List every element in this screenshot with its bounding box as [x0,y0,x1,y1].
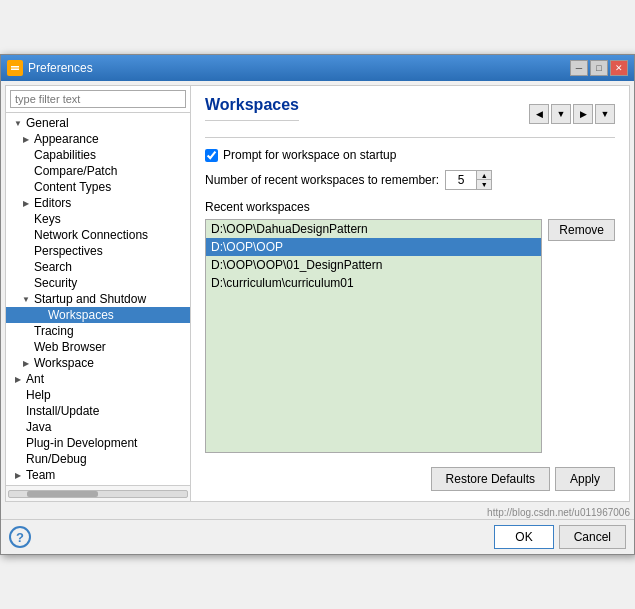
window-icon [7,60,23,76]
cancel-button[interactable]: Cancel [559,525,626,549]
close-button[interactable]: ✕ [610,60,628,76]
spinner-container: 5 ▲ ▼ [445,170,492,190]
tree-item-keys[interactable]: Keys [6,211,190,227]
ok-button[interactable]: OK [494,525,553,549]
tree-label-web-browser: Web Browser [34,340,106,354]
tree-item-editors[interactable]: Editors [6,195,190,211]
tree-label-appearance: Appearance [34,132,99,146]
tree-item-team[interactable]: Team [6,467,190,483]
tree-item-appearance[interactable]: Appearance [6,131,190,147]
tree-item-java[interactable]: Java [6,419,190,435]
tree-label-team: Team [26,468,55,482]
tree-item-run-debug[interactable]: Run/Debug [6,451,190,467]
tree-item-workspaces[interactable]: Workspaces [6,307,190,323]
workspace-item-3[interactable]: D:\OOP\OOP\01_DesignPattern [206,256,541,274]
watermark: http://blog.csdn.net/u011967006 [1,506,634,519]
tree-item-tracing[interactable]: Tracing [6,323,190,339]
prompt-checkbox-row: Prompt for workspace on startup [205,148,615,162]
recent-count-label: Number of recent workspaces to remember: [205,173,439,187]
recent-workspaces-label: Recent workspaces [205,200,615,214]
tree-item-search[interactable]: Search [6,259,190,275]
title-bar: Preferences ─ □ ✕ [1,55,634,81]
help-icon[interactable]: ? [9,526,31,548]
workspace-list[interactable]: D:\OOP\DahuaDesignPattern D:\OOP\OOP D:\… [205,219,542,453]
filter-input[interactable] [10,90,186,108]
tree-item-ant[interactable]: Ant [6,371,190,387]
workspace-item-1[interactable]: D:\OOP\DahuaDesignPattern [206,220,541,238]
tree-label-startup-shutdown: Startup and Shutdow [34,292,146,306]
tree-item-web-browser[interactable]: Web Browser [6,339,190,355]
nav-arrows-row: ◀ ▼ ▶ ▼ [529,104,615,124]
nav-dropdown-button[interactable]: ▼ [551,104,571,124]
leaf-run-debug [12,453,24,465]
maximize-button[interactable]: □ [590,60,608,76]
leaf-compare-patch [20,165,32,177]
tree-item-network-connections[interactable]: Network Connections [6,227,190,243]
tree-item-plugin-dev[interactable]: Plug-in Development [6,435,190,451]
tree-label-compare-patch: Compare/Patch [34,164,117,178]
tree-label-capabilities: Capabilities [34,148,96,162]
leaf-web-browser [20,341,32,353]
minimize-button[interactable]: ─ [570,60,588,76]
tree-item-capabilities[interactable]: Capabilities [6,147,190,163]
workspace-item-4[interactable]: D:\curriculum\curriculum01 [206,274,541,292]
tree-label-content-types: Content Types [34,180,111,194]
leaf-keys [20,213,32,225]
tree-label-keys: Keys [34,212,61,226]
tree-item-security[interactable]: Security [6,275,190,291]
leaf-content-types [20,181,32,193]
spinner-down-button[interactable]: ▼ [477,180,491,189]
leaf-help [12,389,24,401]
tree-label-java: Java [26,420,51,434]
workspace-btn-col: Remove [548,219,615,453]
remove-button[interactable]: Remove [548,219,615,241]
tree-item-compare-patch[interactable]: Compare/Patch [6,163,190,179]
restore-defaults-button[interactable]: Restore Defaults [431,467,550,491]
tree-container: General Appearance Capabilities [6,113,190,485]
tree-item-install-update[interactable]: Install/Update [6,403,190,419]
apply-button[interactable]: Apply [555,467,615,491]
nav-dropdown2-button[interactable]: ▼ [595,104,615,124]
panel-title: Workspaces [205,96,299,121]
recent-count-input[interactable]: 5 [446,172,476,188]
tree-item-startup-shutdown[interactable]: Startup and Shutdow [6,291,190,307]
tree-label-network-connections: Network Connections [34,228,148,242]
expand-arrow-ant [12,373,24,385]
tree-label-workspaces: Workspaces [48,308,114,322]
leaf-network-connections [20,229,32,241]
tree-label-help: Help [26,388,51,402]
scroll-thumb [27,491,98,497]
leaf-java [12,421,24,433]
tree-item-general[interactable]: General [6,115,190,131]
leaf-workspaces [34,309,46,321]
tree-item-content-types[interactable]: Content Types [6,179,190,195]
workspace-item-2[interactable]: D:\OOP\OOP [206,238,541,256]
nav-forward-button[interactable]: ▶ [573,104,593,124]
tree-item-workspace[interactable]: Workspace [6,355,190,371]
svg-rect-2 [11,69,19,71]
preferences-window: Preferences ─ □ ✕ General [0,54,635,555]
right-panel-bottom: Restore Defaults Apply [205,467,615,491]
left-scrollbar[interactable] [6,485,190,501]
scroll-track [8,490,188,498]
left-panel: General Appearance Capabilities [6,86,191,501]
filter-box [6,86,190,113]
leaf-search [20,261,32,273]
tree-item-help[interactable]: Help [6,387,190,403]
nav-back-button[interactable]: ◀ [529,104,549,124]
recent-count-row: Number of recent workspaces to remember:… [205,170,615,190]
spinner-up-button[interactable]: ▲ [477,171,491,180]
title-bar-buttons: ─ □ ✕ [570,60,628,76]
svg-rect-1 [11,66,19,68]
leaf-plugin-dev [12,437,24,449]
leaf-capabilities [20,149,32,161]
prompt-checkbox[interactable] [205,149,218,162]
leaf-install-update [12,405,24,417]
dialog-buttons: OK Cancel [494,525,626,549]
leaf-security [20,277,32,289]
tree-label-search: Search [34,260,72,274]
expand-arrow-appearance [20,133,32,145]
tree-label-run-debug: Run/Debug [26,452,87,466]
tree-label-perspectives: Perspectives [34,244,103,258]
tree-item-perspectives[interactable]: Perspectives [6,243,190,259]
